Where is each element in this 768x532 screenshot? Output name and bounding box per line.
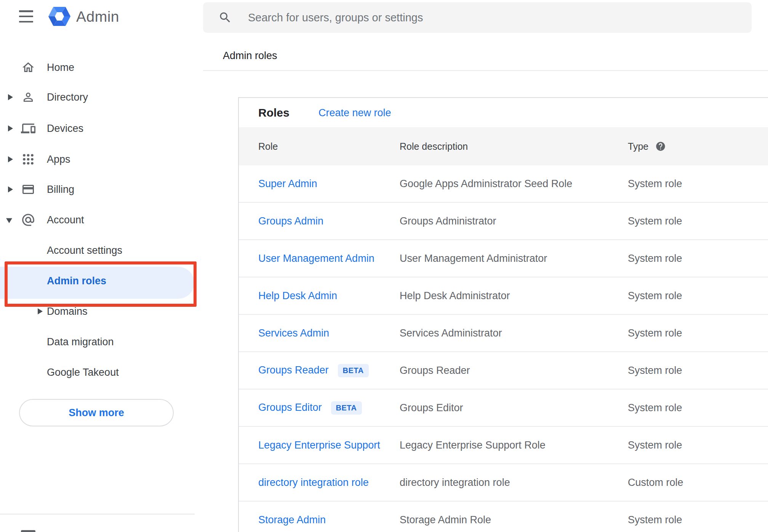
sidebar-item-directory[interactable]: Directory: [0, 82, 201, 112]
sidebar-item-admin-roles[interactable]: Admin roles: [0, 266, 201, 296]
sidebar-item-apps[interactable]: Apps: [0, 144, 201, 175]
chevron-right-icon[interactable]: [8, 125, 13, 131]
role-description: directory integration role: [400, 477, 628, 489]
chevron-right-icon[interactable]: [8, 156, 13, 162]
breadcrumb: Admin roles: [223, 50, 277, 62]
role-type: System role: [628, 439, 768, 451]
role-description: Help Desk Administrator: [400, 290, 628, 302]
beta-badge: BETA: [331, 401, 362, 415]
search-bar[interactable]: [203, 2, 752, 33]
table-row: User Management Admin User Management Ad…: [239, 240, 768, 277]
sidebar-item-label: Directory: [47, 91, 88, 103]
role-type: Custom role: [628, 477, 768, 489]
hamburger-menu-icon[interactable]: [19, 10, 34, 22]
role-description: Google Apps Administrator Seed Role: [400, 178, 628, 190]
at-email-icon: [21, 213, 35, 227]
role-type: System role: [628, 253, 768, 264]
sidebar-item-devices[interactable]: Devices: [0, 113, 201, 144]
roles-card: Roles Create new role Role Role descript…: [238, 97, 768, 532]
sidebar-item-label: Admin roles: [47, 275, 106, 287]
table-row: Groups EditorBETA Groups Editor System r…: [239, 389, 768, 427]
roles-card-header: Roles Create new role: [239, 98, 768, 127]
role-description: Groups Reader: [400, 365, 628, 377]
search-input[interactable]: [248, 11, 705, 24]
create-new-role-link[interactable]: Create new role: [318, 107, 391, 119]
sidebar-item-label: Account: [47, 214, 84, 226]
table-row: Storage Admin Storage Admin Role System …: [239, 502, 768, 532]
home-icon: [21, 60, 35, 75]
chevron-right-icon[interactable]: [8, 94, 13, 100]
role-description: Groups Editor: [400, 402, 628, 414]
app-title: Admin: [76, 8, 119, 25]
role-type: System role: [628, 290, 768, 302]
role-link[interactable]: Groups Admin: [258, 215, 323, 227]
admin-hexagon-logo: [48, 5, 71, 27]
sidebar-item-account[interactable]: Account: [0, 205, 201, 235]
role-type: System role: [628, 327, 768, 339]
sidebar-item-label: Google Takeout: [47, 367, 119, 378]
sidebar-item-google-takeout[interactable]: Google Takeout: [0, 357, 201, 388]
role-link[interactable]: Super Admin: [258, 178, 317, 189]
sidebar-item-label: Apps: [47, 154, 70, 165]
role-type: System role: [628, 514, 768, 526]
table-row: Groups Admin Groups Administrator System…: [239, 203, 768, 240]
role-description: Groups Administrator: [400, 215, 628, 227]
beta-badge: BETA: [338, 364, 369, 377]
role-link[interactable]: Legacy Enterprise Support: [258, 439, 380, 451]
header-divider: [203, 70, 768, 71]
help-icon[interactable]: [655, 141, 666, 152]
sidebar-item-account-settings[interactable]: Account settings: [0, 235, 201, 266]
sidebar-item-label: Data migration: [47, 336, 114, 348]
apps-grid-icon: [21, 152, 35, 167]
role-link[interactable]: User Management Admin: [258, 253, 374, 264]
column-header-description: Role description: [400, 141, 628, 152]
role-type: System role: [628, 215, 768, 227]
role-type: System role: [628, 402, 768, 414]
sidebar-item-label: Home: [47, 62, 74, 74]
devices-icon: [21, 121, 35, 136]
sidebar-item-label: Account settings: [47, 245, 122, 256]
chevron-right-icon[interactable]: [38, 308, 43, 314]
role-link[interactable]: Services Admin: [258, 327, 329, 339]
role-link[interactable]: Storage Admin: [258, 514, 326, 526]
chevron-down-icon[interactable]: [6, 218, 12, 223]
sidebar-item-home[interactable]: Home: [0, 52, 201, 83]
sidebar-item-label: Billing: [47, 184, 74, 195]
sidebar-item-label: Domains: [47, 306, 88, 317]
table-header-row: Role Role description Type: [239, 127, 768, 165]
credit-card-icon: [21, 182, 35, 197]
role-link[interactable]: directory integration role: [258, 477, 369, 488]
role-link[interactable]: Help Desk Admin: [258, 290, 337, 301]
card-title: Roles: [258, 106, 290, 119]
role-type: System role: [628, 365, 768, 377]
table-row: directory integration role directory int…: [239, 464, 768, 502]
role-description: Services Administrator: [400, 327, 628, 339]
sidebar-bottom-divider: [0, 514, 195, 514]
show-more-button[interactable]: Show more: [19, 399, 174, 426]
table-row: Super Admin Google Apps Administrator Se…: [239, 165, 768, 203]
column-header-role: Role: [258, 141, 400, 152]
role-description: User Management Administrator: [400, 253, 628, 264]
table-row: Legacy Enterprise Support Legacy Enterpr…: [239, 427, 768, 464]
chevron-right-icon[interactable]: [8, 186, 13, 192]
role-link[interactable]: Groups Editor: [258, 401, 322, 413]
sidebar-item-label: Devices: [47, 123, 83, 135]
role-description: Legacy Enterprise Support Role: [400, 439, 628, 451]
role-description: Storage Admin Role: [400, 514, 628, 526]
column-header-type: Type: [628, 141, 648, 152]
cutoff-bottom-icon: [21, 530, 35, 532]
person-icon: [21, 90, 35, 104]
sidebar-item-domains[interactable]: Domains: [0, 296, 201, 327]
table-row: Groups ReaderBETA Groups Reader System r…: [239, 352, 768, 389]
search-icon: [218, 11, 232, 24]
sidebar-item-data-migration[interactable]: Data migration: [0, 327, 201, 357]
table-row: Help Desk Admin Help Desk Administrator …: [239, 277, 768, 315]
role-type: System role: [628, 178, 768, 190]
role-link[interactable]: Groups Reader: [258, 364, 329, 375]
sidebar-item-billing[interactable]: Billing: [0, 174, 201, 205]
table-row: Services Admin Services Administrator Sy…: [239, 315, 768, 352]
